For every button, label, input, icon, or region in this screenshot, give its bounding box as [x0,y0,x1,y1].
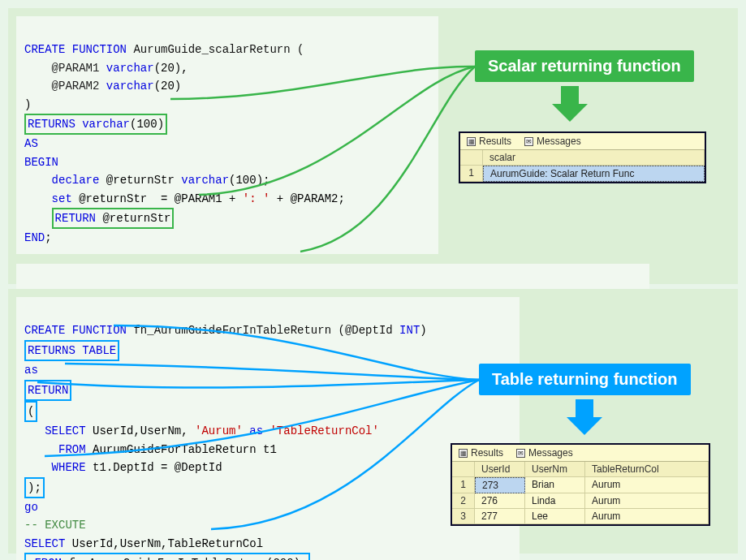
return-highlight: RETURN @returnStr [52,208,175,229]
set-body2: + @PARAM2; [270,192,344,205]
col-header: scalar [483,150,705,166]
kw-set: set [24,192,72,205]
table-arrow-down-icon [567,399,602,435]
kw-returns: RETURNS [28,118,75,131]
close-paren2: ); [28,481,41,494]
kw-go: go [24,501,38,514]
kw-end: END [24,231,45,244]
close-paren: ) [24,98,31,111]
cell-2-usernm[interactable]: Linda [525,493,585,509]
messages-tab2[interactable]: ✉Messages [510,445,580,461]
results-tabs2: ▦Results ✉Messages [452,445,709,462]
cell-2-col[interactable]: Aurum [585,493,709,509]
cell-1-usernm[interactable]: Brian [525,477,585,493]
kw-create-function2: CREATE FUNCTION [24,324,127,337]
return-var: @returnStr [96,212,170,225]
table-fn-name: fn_AurumGuideForInTableReturn (@DeptId [127,324,399,337]
rownum-1: 1 [452,477,475,493]
end-semi: ; [45,231,51,244]
kw-from2: FROM [28,557,62,560]
kw-from: FROM [24,443,86,456]
rownum-2: 2 [452,493,475,509]
kw-return: RETURN [55,212,96,225]
results-tabs: ▦Results ✉Messages [460,133,705,150]
results-tab2[interactable]: ▦Results [452,445,510,461]
set-str: ': ' [243,192,270,205]
messages-tab[interactable]: ✉Messages [518,133,588,149]
grid-icon2: ▦ [459,449,468,458]
messages-icon: ✉ [524,137,533,146]
param1-size: (20), [154,62,188,75]
col-userid: UserId [475,462,525,477]
return-highlight2: RETURN [24,380,71,401]
cell-value[interactable]: AurumGuide: Scalar Return Func [483,166,705,182]
select-alias: 'TableReturnCol' [270,424,378,437]
cell-2-userid[interactable]: 276 [475,493,525,509]
messages-tab-label: Messages [537,136,581,147]
results-tab-label2: Results [471,447,503,459]
select-cols2: UserId,UserNm,TableReturnCol [65,537,263,550]
cell-3-col[interactable]: Aurum [585,509,709,524]
param1-type: varchar [106,62,154,75]
select-cols: UserId,UserNm, [86,424,195,437]
messages-icon2: ✉ [516,449,525,458]
from-call: fn_AurumGuideForInTableReturn(200); [62,557,307,560]
scalar-fn-name: AurumGuide_scalarReturn ( [127,43,304,56]
grid-icon: ▦ [467,137,476,146]
kw-as2: as [24,364,38,377]
scalar-arrow-down-icon [552,86,588,122]
returns-type: varchar [75,118,130,131]
results-tab-label: Results [479,136,511,147]
kw-create-function: CREATE FUNCTION [24,43,127,56]
table-title-label: Table returning function [479,364,691,395]
fn-close: ) [420,324,426,337]
open-paren-highlight: ( [24,401,37,422]
scalar-panel: CREATE FUNCTION AurumGuide_scalarReturn … [8,8,738,284]
scalar-code-block: CREATE FUNCTION AurumGuide_scalarReturn … [16,16,438,254]
results-tab[interactable]: ▦Results [460,133,518,149]
scalar-title-label: Scalar returning function [475,50,694,82]
cell-1-col[interactable]: Aurum [585,477,709,493]
cell-1-userid[interactable]: 273 [475,477,525,493]
exec-comment2: -- EXCUTE [24,519,86,532]
close-paren-highlight: ); [24,477,45,498]
open-paren: ( [28,405,34,418]
scalar-results-grid: ▦Results ✉Messages scalar 1 AurumGuide: … [459,131,706,183]
kw-select2: SELECT [24,424,86,437]
from-highlight: FROM fn_AurumGuideForInTableReturn(200); [24,553,310,560]
select-str: 'Aurum' [195,424,243,437]
param1-decl: @PARAM1 [24,62,106,75]
kw-as3: as [243,424,270,437]
kw-select3: SELECT [24,537,65,550]
cell-3-usernm[interactable]: Lee [525,509,585,524]
returns-size: (100) [130,118,164,131]
table-results-grid: ▦Results ✉Messages UserId UserNm TableRe… [451,443,710,526]
messages-tab-label2: Messages [528,447,573,459]
param2-size: (20) [154,80,182,93]
from-table: AurumGuideForTableReturn t1 [86,443,277,456]
col-usernm: UserNm [525,462,585,477]
row-num: 1 [460,166,483,182]
kw-int: INT [399,324,420,337]
table-code-block: CREATE FUNCTION fn_AurumGuideForInTableR… [16,297,520,560]
kw-where: WHERE [24,461,86,474]
cell-3-userid[interactable]: 277 [475,509,525,524]
kw-as: AS [24,137,38,150]
corner2 [452,462,475,477]
returns-highlight: RETURNS varchar(100) [24,114,167,135]
declare-size: (100); [229,174,270,187]
returns-table-highlight: RETURNS TABLE [24,340,119,361]
table-panel: CREATE FUNCTION fn_AurumGuideForInTableR… [8,289,738,554]
param2-decl: @PARAM2 [24,80,106,93]
set-body: @returnStr = @PARAM1 + [72,192,243,205]
kw-returns-table: RETURNS TABLE [28,344,116,357]
col-tablereturn: TableReturnCol [585,462,709,477]
row-corner [460,150,483,166]
kw-begin: BEGIN [24,156,58,169]
kw-return2: RETURN [28,384,68,397]
param2-type: varchar [106,80,154,93]
declare-type: varchar [181,174,229,187]
rownum-3: 3 [452,509,475,524]
where-cond: t1.DeptId = @DeptId [86,461,222,474]
kw-declare: declare [24,174,99,187]
